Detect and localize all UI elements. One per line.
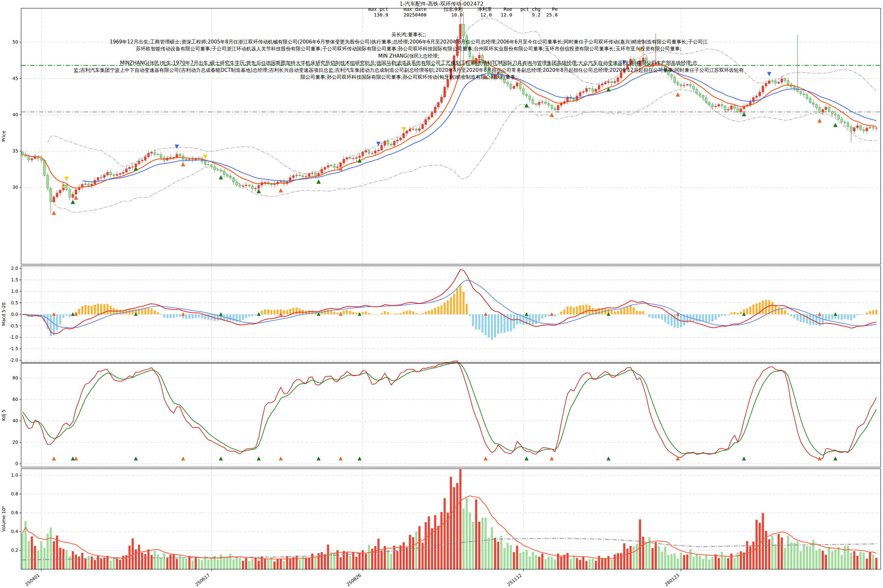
stat-value-roe: 12.0 bbox=[492, 12, 512, 18]
exec-line-gm-title: MIN ZHANG(张民);总经理; bbox=[13, 53, 804, 60]
kdj-panel bbox=[23, 361, 876, 459]
y-tick-label-price: 40 bbox=[12, 112, 18, 117]
axes: 3035404550Price-2.0-1.5-1.0-0.50.00.51.0… bbox=[1, 8, 881, 587]
macd-panel bbox=[21, 270, 877, 340]
y-axis-label-kdj: Kdj 5 bbox=[1, 410, 6, 421]
y-tick-label-macd: -1.5 bbox=[9, 346, 18, 351]
stat-value-max-pct: 130.9 bbox=[355, 12, 388, 18]
stat-header-net-margin: 净利率 bbox=[463, 7, 492, 12]
y-tick-label-kdj: 40 bbox=[12, 418, 18, 423]
exec-line-gm-bio-3: 限公司董事;孙公司双环科技国际有限公司董事;孙公司双环传动(匈牙利)精密制造有限… bbox=[13, 74, 804, 81]
x-tick-label: 250401 bbox=[24, 573, 41, 587]
y-axis-label-price: Price bbox=[1, 131, 6, 142]
svg-text:★: ★ bbox=[61, 183, 66, 190]
y-tick-label-macd: 2.0 bbox=[11, 266, 18, 271]
y-tick-label-volume: 0.8 bbox=[11, 491, 18, 496]
stat-header-roe: Roe bbox=[492, 7, 512, 12]
y-tick-label-macd: 1.0 bbox=[11, 289, 18, 294]
exec-line-chairman-bio-2: 苏环欧智能传动设备有限公司董事;子公司浙江环动机器人关节科技股份有限公司董事;子… bbox=[13, 45, 804, 53]
y-tick-label-macd: 0.5 bbox=[11, 300, 18, 305]
stat-value-net-margin: 12.0 bbox=[463, 12, 492, 18]
stat-header-pct-chg: pct_chg bbox=[512, 7, 541, 12]
x-tick-label: 260123 bbox=[664, 573, 680, 587]
y-tick-label-price: 35 bbox=[12, 148, 18, 153]
executive-bio-text: 吴长鸿;董事长;; 1969年12月出生;工商管理硕士;资深工程师;2005年8… bbox=[13, 31, 804, 81]
stat-header-max-date: max_date bbox=[388, 7, 426, 12]
exec-line-gm-bio-1: MINZHANG(张民)先生;1970年7月出生;硕士研究生学历;曾先后任德国斯… bbox=[13, 60, 804, 67]
x-tick-label: 250617 bbox=[194, 573, 210, 587]
y-tick-label-volume: 0.6 bbox=[11, 510, 18, 515]
exec-line-chairman-title: 吴长鸿;董事长;; bbox=[13, 31, 804, 39]
y-tick-label-macd: 0.0 bbox=[11, 312, 18, 317]
y-axis-label-volume: Volume 10⁶ bbox=[1, 506, 6, 532]
exec-line-chairman-bio-1: 1969年12月出生;工商管理硕士;资深工程师;2005年8月任浙江双环传动机械… bbox=[13, 39, 804, 46]
y-tick-label-price: 30 bbox=[12, 184, 18, 190]
y-tick-label-macd: -0.5 bbox=[9, 323, 18, 328]
y-tick-label-volume: 1.0 bbox=[11, 472, 18, 478]
stock-chart-figure: ★3035404550Price-2.0-1.5-1.0-0.50.00.51.… bbox=[0, 0, 883, 588]
y-tick-label-macd: -1.0 bbox=[9, 334, 18, 340]
y-tick-label-volume: 0.2 bbox=[11, 548, 18, 553]
y-tick-label-kdj: 20 bbox=[12, 440, 18, 445]
stats-value-row: 130.9 20250408 10.0 12.0 12.0 9.2 25.8 bbox=[355, 12, 558, 18]
y-tick-label-macd: 1.5 bbox=[11, 277, 18, 282]
stats-header-row: max_pct max_date 扣非净利 净利率 Roe pct_chg Pe bbox=[355, 7, 558, 12]
y-tick-label-volume: 0.4 bbox=[11, 529, 18, 534]
y-tick-label-kdj: 80 bbox=[12, 375, 18, 381]
y-tick-label-macd: -2.0 bbox=[9, 357, 18, 363]
volume-panel bbox=[21, 469, 877, 569]
stat-header-pe: Pe bbox=[541, 7, 558, 12]
stat-value-pct-chg: 9.2 bbox=[512, 12, 541, 18]
exec-line-gm-bio-2: 监;吉利汽车集团宁波上中下自动变速器有限公司(吉利动力总成春晓DCT制造基地)总… bbox=[13, 67, 804, 74]
stats-table: max_pct max_date 扣非净利 净利率 Roe pct_chg Pe… bbox=[355, 7, 558, 18]
stat-value-max-date: 20250408 bbox=[388, 12, 426, 18]
y-axis-label-macd: Macd 5-20 bbox=[1, 302, 6, 326]
x-tick-label: 251112 bbox=[506, 573, 523, 587]
stat-header-max-pct: max_pct bbox=[355, 7, 388, 12]
stat-header-deducted-profit: 扣非净利 bbox=[426, 7, 463, 12]
y-tick-label-kdj: 60 bbox=[12, 397, 18, 402]
stat-value-deducted-profit: 10.0 bbox=[426, 12, 463, 18]
stat-value-pe: 25.8 bbox=[541, 12, 558, 18]
kdj-signal-markers bbox=[52, 457, 838, 460]
x-tick-label: 250826 bbox=[345, 573, 362, 587]
y-tick-label-kdj: 0 bbox=[15, 461, 18, 466]
